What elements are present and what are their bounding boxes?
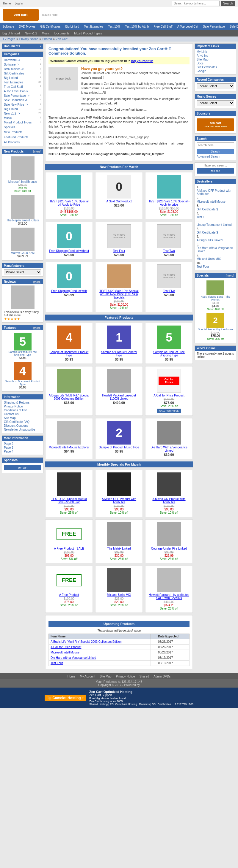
nav-gift[interactable]: Gift Certificates (38, 24, 63, 29)
upcoming-product-link[interactable]: Die Hard with a Vengeance Linked (51, 656, 96, 659)
important-link[interactable]: Google (197, 69, 234, 73)
product-link[interactable]: Mix and Units MIX (107, 593, 131, 596)
product-link[interactable]: A Mixed ON Product with Attributes (152, 497, 185, 504)
login-link[interactable]: log yourself in (131, 59, 153, 63)
important-link[interactable]: My Link (197, 50, 234, 54)
more-info-page2[interactable]: Page 2 (4, 442, 41, 446)
info-contact[interactable]: Contact Us (4, 412, 41, 416)
footer-privacy[interactable]: Privacy Notice (116, 675, 135, 678)
breadcrumb-zencart[interactable]: Zen Cart (56, 37, 68, 41)
subnav-documents[interactable]: Documents (52, 31, 72, 36)
product-link[interactable]: Test Five (163, 289, 175, 292)
search-submit[interactable]: Search (197, 149, 234, 154)
info-gift-faq[interactable]: Gift Certificate FAQ (4, 420, 41, 424)
manufacturers-select[interactable]: Please Select QT Interactive (4, 270, 41, 275)
product-link[interactable]: Die Hard With a Vengeance Linked (151, 446, 187, 452)
important-link[interactable]: Site Map (197, 58, 234, 61)
subnav-new[interactable]: New v1.2 (22, 31, 39, 36)
nav-sale-pct[interactable]: Sale Percentage (201, 24, 227, 29)
product-link[interactable]: TEST $120 Sale 10% Special - Apply to pr… (149, 200, 189, 206)
all-products-link[interactable]: All Products... (4, 141, 41, 144)
product-link[interactable]: A Mixed OFF Product with Attributes (102, 497, 136, 504)
footer-my-account[interactable]: My Account (80, 675, 95, 678)
product-link[interactable]: A Call for Price Product (154, 394, 184, 397)
product-link[interactable]: A Free Product - SALE (54, 547, 84, 550)
nav-software[interactable]: Software (0, 24, 16, 29)
info-newsletter[interactable]: Newsletter Unsubscribe (4, 428, 41, 432)
new-products-more[interactable]: [more] (33, 150, 41, 153)
reviews-more[interactable]: [more] (33, 280, 41, 283)
product-link[interactable]: TEST $120 Sale 10% Special of Sale New P… (99, 289, 139, 299)
nav-test10-attrib[interactable]: Test 10% by Attrib (123, 24, 151, 29)
featured-more[interactable]: [more] (33, 327, 41, 330)
product-link[interactable]: Free Shipping Product without (49, 249, 89, 252)
product-link[interactable]: Test Four (113, 249, 125, 252)
table-row: A Bug's Life 'Multi Rik' Special 2003 Co… (49, 639, 189, 645)
info-sitemap[interactable]: Site Map (4, 416, 41, 420)
info-conditions[interactable]: Conditions of Use (4, 408, 41, 412)
more-info-page3[interactable]: Page 3 (4, 446, 41, 450)
product-link[interactable]: TEST $120 Sale 10% Special off Apply to … (49, 200, 89, 206)
nav-home[interactable]: Home (3, 2, 11, 5)
nav-free-call[interactable]: Free Call Stuff (151, 24, 175, 29)
product-link[interactable]: TEST $120 Special $90.00 Sale - $5.00 Sk… (51, 497, 86, 504)
subnav-big-unlimited[interactable]: Big Unlimited (0, 31, 22, 36)
important-link[interactable]: Gift Certificates (197, 65, 234, 69)
footer-shared[interactable]: Shared (139, 675, 149, 678)
product-link[interactable]: A Bug's Life "Multi Rik" Special 2003 Co… (49, 394, 89, 400)
product-link[interactable]: Sample of Product General Type (101, 350, 137, 357)
important-link[interactable]: Docs (197, 61, 234, 65)
product-link[interactable]: The Matrix Linked (107, 547, 131, 550)
documents-box: Documents 2 (2, 43, 44, 49)
search-input[interactable] (172, 1, 219, 6)
breadcrumb-ezpages[interactable]: EZPages (3, 37, 15, 41)
subnav-mixed[interactable]: Mixed Product Types (72, 31, 104, 36)
sponsors-left-title: Sponsors (2, 458, 43, 463)
music-genres-select[interactable]: Please Select Jazz Rock (197, 100, 234, 106)
product-link[interactable]: Courage Under Fire Linked (151, 547, 187, 550)
search-button[interactable]: Search (221, 1, 235, 6)
product-link[interactable]: Sample of Product Music Type (99, 446, 139, 449)
nav-test10[interactable]: Test 10% (106, 24, 123, 29)
specials-more[interactable]: [more] (226, 274, 234, 277)
product-link[interactable]: Test Two (163, 249, 175, 252)
upcoming-product-link[interactable]: Microsoft IntelliMouse (51, 651, 79, 654)
list-item: Free Call Stuff7 (4, 85, 41, 89)
breadcrumb-privacy[interactable]: Privacy Notice (19, 37, 38, 41)
more-info-page4[interactable]: Page 4 (4, 450, 41, 454)
advanced-search-link[interactable]: Advanced Search (197, 155, 234, 158)
featured-products-link[interactable]: Featured Products... (4, 135, 41, 139)
info-privacy[interactable]: Privacy Notice (4, 404, 41, 408)
product-link[interactable]: Hewlett Packard - by attributes SALE wit… (149, 593, 189, 600)
important-link[interactable]: Anything (197, 54, 234, 58)
subnav-music[interactable]: Music (39, 31, 52, 36)
product-link[interactable]: A Free Product (59, 593, 79, 596)
product-link[interactable]: Microsoft IntelliMouse Explorer (49, 446, 89, 449)
nav-sale-ded[interactable]: Sale Deduction (227, 24, 238, 29)
footer-site-map[interactable]: Site Map (100, 675, 111, 678)
product-link[interactable]: Sample of Product Free Shipping Type (153, 350, 185, 357)
info-shipping[interactable]: Shipping & Returns (4, 401, 41, 404)
product-link[interactable]: Hewlett Packard LaserJet 1100Xi Linked (102, 394, 136, 400)
upcoming-product-link[interactable]: Test Four (51, 661, 63, 665)
specials-link[interactable]: Specials... (4, 125, 41, 129)
nav-login[interactable]: Log In (15, 2, 23, 5)
breadcrumb-shared[interactable]: Shared (42, 37, 52, 41)
product-link[interactable]: Sample of Document Product Type (50, 350, 89, 357)
nav-big-linked[interactable]: Big Linked (63, 24, 81, 29)
upcoming-product-link[interactable]: A Bug's Life 'Multi Rik' Special 2003 Co… (51, 640, 122, 643)
info-discount[interactable]: Discount Coupons (4, 424, 41, 428)
sponsor-banner[interactable]: zen cartClick To Order Now ! (197, 118, 234, 131)
nav-test-ex[interactable]: Test Examples (81, 24, 106, 29)
record-companies-select[interactable]: Please Select HMV Group (197, 83, 234, 89)
footer-admin[interactable]: Admin DVDs (154, 675, 170, 678)
upcoming-product-link[interactable]: A Call for Price Product (51, 645, 81, 649)
call-for-price-button[interactable]: CALL FOR PRICE (157, 409, 181, 413)
nav-top-level[interactable]: A Top Level Cat (175, 24, 201, 29)
new-products-link[interactable]: New Products... (4, 130, 41, 134)
footer-home[interactable]: Home (68, 675, 76, 678)
product-link[interactable]: Free Shipping Product with (51, 289, 87, 292)
nav-dvd[interactable]: DVD Movies (16, 24, 38, 29)
product-link[interactable]: A Sold Out Product (106, 200, 132, 203)
search-field[interactable] (197, 143, 234, 148)
